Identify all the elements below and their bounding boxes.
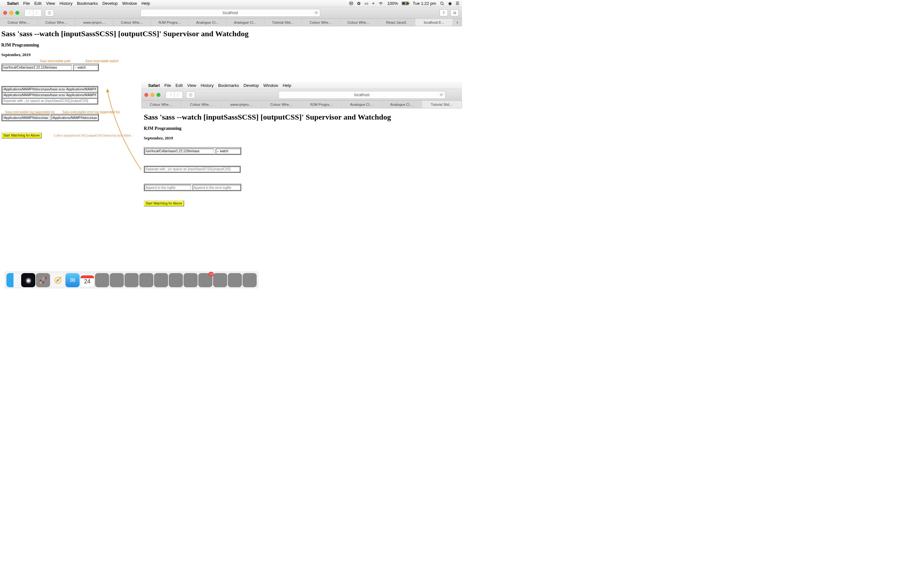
menu-bookmarks[interactable]: Bookmarks xyxy=(218,83,239,88)
dock-mail-icon[interactable]: ✉ xyxy=(65,273,79,287)
log-input[interactable] xyxy=(2,115,49,121)
dock-calendar-icon[interactable]: 24 xyxy=(80,273,94,287)
close-window-button[interactable] xyxy=(3,11,7,15)
browser-tab[interactable]: Analogue Cl… xyxy=(189,19,226,26)
browser-tab-active[interactable]: Tutorial Slid… xyxy=(422,101,462,108)
scss-row-input[interactable] xyxy=(2,87,97,92)
browser-tab[interactable]: Analogue Cl… xyxy=(342,101,382,108)
browser-tab[interactable]: React JavaS xyxy=(378,19,415,26)
app-menu[interactable]: Safari xyxy=(7,1,19,6)
notification-center-icon[interactable]: ☰ xyxy=(456,1,459,6)
browser-tab[interactable]: Analogue Cl… xyxy=(382,101,422,108)
menu-view[interactable]: View xyxy=(187,83,196,88)
browser-tab[interactable]: Colour Whe… xyxy=(113,19,151,26)
browser-tab[interactable]: Colour Whe… xyxy=(0,19,38,26)
browser-tab[interactable]: www.rjmpro… xyxy=(75,19,113,26)
dock-app-icon[interactable] xyxy=(110,273,124,287)
malwarebytes-icon[interactable]: Ⓜ xyxy=(349,1,353,6)
minimize-window-button[interactable] xyxy=(9,11,13,15)
scss-row-input[interactable] xyxy=(2,92,97,98)
app-menu[interactable]: Safari xyxy=(148,83,160,88)
dock-app-icon[interactable] xyxy=(139,273,153,287)
address-bar[interactable]: localhost ⟳ xyxy=(278,91,445,99)
spotlight-icon[interactable] xyxy=(440,1,444,6)
sass-switch-input[interactable] xyxy=(73,65,98,71)
dock-finder-icon[interactable] xyxy=(6,273,21,287)
status-icon[interactable]: ✿ xyxy=(357,1,360,6)
back-button[interactable]: 〈 xyxy=(166,91,174,98)
browser-tab[interactable]: Colour Whe… xyxy=(141,101,181,108)
dock-app-icon[interactable] xyxy=(213,273,227,287)
menu-help[interactable]: Help xyxy=(142,1,150,6)
wifi-icon[interactable] xyxy=(378,2,383,5)
menu-bookmarks[interactable]: Bookmarks xyxy=(77,1,98,6)
menu-file[interactable]: File xyxy=(164,83,171,88)
sidebar-toggle-button[interactable]: ◫ xyxy=(186,91,195,98)
menu-view[interactable]: View xyxy=(46,1,55,6)
reload-icon[interactable]: ⟳ xyxy=(315,11,318,15)
errlog-input[interactable] xyxy=(51,115,98,121)
scss-row-placeholder[interactable] xyxy=(2,98,97,104)
menu-help[interactable]: Help xyxy=(283,83,291,88)
sidebar-toggle-button[interactable]: ◫ xyxy=(45,9,54,16)
dock-app-icon[interactable] xyxy=(124,273,139,287)
browser-tab[interactable]: Colour Whe… xyxy=(38,19,76,26)
share-button[interactable]: ⇪ xyxy=(439,9,448,16)
log-input[interactable] xyxy=(144,185,191,190)
bluetooth-icon[interactable]: ⌖ xyxy=(372,1,375,6)
menu-history[interactable]: History xyxy=(59,1,72,6)
minimize-window-button[interactable] xyxy=(150,93,154,97)
zoom-window-button[interactable] xyxy=(15,11,19,15)
start-watchdog-button[interactable]: Start Watchdog for Above xyxy=(144,200,184,206)
reload-icon[interactable]: ⟳ xyxy=(440,93,443,97)
sass-path-input[interactable] xyxy=(144,148,214,154)
menu-edit[interactable]: Edit xyxy=(34,1,41,6)
zoom-window-button[interactable] xyxy=(157,93,160,97)
browser-tab[interactable]: Tutorial Slid… xyxy=(264,19,302,26)
label-errlog: Sass executable error log (appended to) xyxy=(63,110,120,114)
dock-app-icon[interactable] xyxy=(154,273,168,287)
errlog-input[interactable] xyxy=(192,185,241,190)
dock-app-icon[interactable] xyxy=(169,273,183,287)
forward-button[interactable]: 〉 xyxy=(174,91,183,98)
display-icon[interactable]: ▭ xyxy=(365,1,368,6)
menu-window[interactable]: Window xyxy=(122,1,137,6)
browser-tab[interactable]: Colour Whe… xyxy=(302,19,340,26)
browser-tab-active[interactable]: localhost:8… xyxy=(415,19,453,26)
dock-siri-icon[interactable]: ◉ xyxy=(21,273,35,287)
close-window-button[interactable] xyxy=(144,93,148,97)
dock-app-icon[interactable] xyxy=(242,273,257,287)
dock-app-icon[interactable]: 18 xyxy=(198,273,212,287)
siri-icon[interactable]: ◉ xyxy=(448,1,452,6)
tabs-button[interactable]: ⧉ xyxy=(451,9,459,16)
clock[interactable]: Tue 1:22 pm xyxy=(413,1,436,6)
start-watchdog-button[interactable]: Start Watchdog for Above xyxy=(1,132,42,139)
browser-tab[interactable]: Colour Whe… xyxy=(340,19,378,26)
browser-tab[interactable]: RJM Progra… xyxy=(151,19,189,26)
browser-tab[interactable]: Analogue Cl… xyxy=(226,19,264,26)
menu-develop[interactable]: Develop xyxy=(102,1,118,6)
browser-tab[interactable]: RJM Progra… xyxy=(302,101,342,108)
sass-path-input[interactable] xyxy=(2,65,72,71)
forward-button[interactable]: 〉 xyxy=(33,9,41,16)
browser-tab[interactable]: Colour Whe… xyxy=(262,101,302,108)
menu-window[interactable]: Window xyxy=(263,83,278,88)
browser-tab[interactable]: Colour Whe… xyxy=(181,101,221,108)
scss-row-placeholder[interactable] xyxy=(144,166,240,172)
browser-tab[interactable]: www.rjmpro… xyxy=(221,101,262,108)
dock-app-icon[interactable] xyxy=(184,273,198,287)
dock-app-icon[interactable] xyxy=(228,273,242,287)
battery-icon[interactable]: ⚡ xyxy=(402,2,409,5)
dock-safari-icon[interactable]: 🧭 xyxy=(51,273,65,287)
collect-link[interactable]: Collect [inputSassSCSS] [outputCSS] link… xyxy=(54,134,131,137)
menu-edit[interactable]: Edit xyxy=(176,83,183,88)
dock-app-icon[interactable] xyxy=(95,273,109,287)
menu-develop[interactable]: Develop xyxy=(244,83,259,88)
dock-launchpad-icon[interactable]: 🚀 xyxy=(36,273,50,287)
sass-switch-input[interactable] xyxy=(216,148,241,154)
back-button[interactable]: 〈 xyxy=(25,9,33,16)
new-tab-button[interactable]: + xyxy=(453,19,462,26)
address-bar[interactable]: localhost ⟳ xyxy=(141,9,320,17)
menu-file[interactable]: File xyxy=(23,1,30,6)
menu-history[interactable]: History xyxy=(200,83,213,88)
